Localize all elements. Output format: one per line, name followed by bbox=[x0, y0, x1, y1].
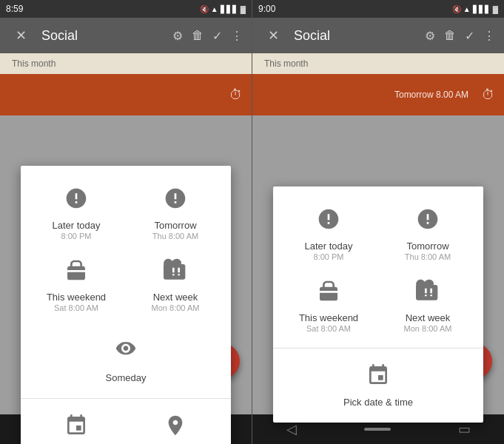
left-later-today-label: Later today bbox=[52, 220, 100, 231]
right-menu-bottom: Pick date & time bbox=[273, 349, 483, 423]
right-tomorrow-icon bbox=[416, 207, 440, 236]
left-check-icon[interactable]: ✓ bbox=[212, 29, 222, 43]
left-content-area: Later today 8:00 PM Tomorrow Thu 8:00 AM bbox=[0, 115, 252, 414]
left-weekend-label: This weekend bbox=[47, 292, 106, 303]
right-battery-icon: ▓ bbox=[493, 5, 498, 13]
right-nav-back[interactable]: ◁ bbox=[286, 421, 297, 437]
left-weekend-icon bbox=[64, 258, 88, 287]
right-weekend-label: This weekend bbox=[299, 312, 358, 323]
left-status-time: 8:59 bbox=[6, 4, 23, 14]
left-calendar-icon bbox=[64, 414, 88, 443]
left-later-today-sublabel: 8:00 PM bbox=[61, 232, 92, 240]
right-toolbar-actions: ⚙ 🗑 ✓ ⋮ bbox=[425, 29, 495, 43]
left-month-header: This month bbox=[0, 53, 252, 74]
left-status-bar: 8:59 🔇 ▲ ▋▋▋ ▓ bbox=[0, 0, 252, 18]
wifi-icon: ▲ bbox=[211, 5, 218, 13]
left-trash-icon[interactable]: 🗑 bbox=[192, 29, 204, 42]
left-popup-menu: Later today 8:00 PM Tomorrow Thu 8:00 AM bbox=[21, 166, 231, 444]
signal-icon: ▋▋▋ bbox=[221, 5, 238, 13]
right-tomorrow-sublabel: Thu 8:00 AM bbox=[405, 252, 451, 261]
right-more-icon[interactable]: ⋮ bbox=[483, 29, 495, 43]
right-menu-item-later-today[interactable]: Later today 8:00 PM bbox=[279, 198, 378, 270]
left-toolbar: ✕ Social ⚙ 🗑 ✓ ⋮ bbox=[0, 18, 252, 53]
right-popup-menu: Later today 8:00 PM Tomorrow Thu 8:00 AM bbox=[273, 186, 483, 423]
right-check-icon[interactable]: ✓ bbox=[465, 29, 474, 43]
left-nextweek-label: Next week bbox=[153, 292, 198, 303]
left-panel: 8:59 🔇 ▲ ▋▋▋ ▓ ✕ Social ⚙ 🗑 ✓ ⋮ This mon… bbox=[0, 0, 252, 444]
right-status-bar: 9:00 🔇 ▲ ▋▋▋ ▓ bbox=[252, 0, 504, 18]
right-pickdate-label: Pick date & time bbox=[343, 397, 413, 408]
left-menu-bottom: Pick date & time Pick place bbox=[21, 399, 231, 444]
left-menu-item-pickdate[interactable]: Pick date & time bbox=[27, 405, 126, 444]
left-menu-grid: Later today 8:00 PM Tomorrow Thu 8:00 AM bbox=[21, 166, 231, 327]
right-nextweek-sublabel: Mon 8:00 AM bbox=[404, 324, 452, 333]
left-nextweek-sublabel: Mon 8:00 AM bbox=[152, 303, 200, 312]
mute-icon: 🔇 bbox=[200, 5, 209, 13]
right-later-today-label: Later today bbox=[304, 240, 352, 252]
left-menu-item-later-today[interactable]: Later today 8:00 PM bbox=[27, 178, 126, 249]
right-calendar-icon bbox=[366, 363, 390, 392]
right-mute-icon: 🔇 bbox=[452, 5, 461, 13]
left-tomorrow-label: Tomorrow bbox=[154, 220, 196, 231]
left-task-row[interactable]: ⏱ bbox=[0, 74, 252, 115]
left-status-icons: 🔇 ▲ ▋▋▋ ▓ bbox=[200, 5, 246, 13]
left-menu-item-someday[interactable]: Someday bbox=[94, 330, 158, 392]
left-menu-item-tomorrow[interactable]: Tomorrow Thu 8:00 AM bbox=[126, 178, 225, 249]
right-task-time-label: Tomorrow 8.00 AM bbox=[394, 90, 468, 100]
right-month-label: This month bbox=[264, 58, 308, 69]
left-someday-icon bbox=[114, 339, 138, 368]
right-menu-item-tomorrow[interactable]: Tomorrow Thu 8:00 AM bbox=[378, 198, 477, 270]
right-signal-icon: ▋▋▋ bbox=[473, 5, 491, 13]
right-wifi-icon: ▲ bbox=[463, 5, 471, 13]
right-later-today-sublabel: 8:00 PM bbox=[314, 252, 344, 261]
right-status-icons: 🔇 ▲ ▋▋▋ ▓ bbox=[452, 5, 498, 13]
right-close-button[interactable]: ✕ bbox=[261, 27, 285, 44]
left-menu-item-pickplace[interactable]: Pick place bbox=[126, 405, 225, 444]
right-panel: 9:00 🔇 ▲ ▋▋▋ ▓ ✕ Social ⚙ 🗑 ✓ ⋮ This mon… bbox=[252, 0, 504, 444]
left-weekend-sublabel: Sat 8:00 AM bbox=[54, 303, 98, 312]
left-month-label: This month bbox=[12, 58, 56, 69]
right-later-today-icon bbox=[317, 207, 340, 236]
left-later-today-icon bbox=[64, 186, 88, 215]
left-someday-row[interactable]: Someday bbox=[21, 327, 231, 398]
left-someday-label: Someday bbox=[106, 372, 147, 383]
left-tomorrow-icon bbox=[164, 186, 187, 215]
left-close-button[interactable]: ✕ bbox=[9, 27, 33, 44]
right-nav-home[interactable] bbox=[364, 428, 391, 431]
right-clock-icon: ⏱ bbox=[482, 87, 495, 103]
right-gear-icon[interactable]: ⚙ bbox=[425, 29, 435, 43]
left-menu-item-nextweek[interactable]: Next week Mon 8:00 AM bbox=[126, 249, 225, 321]
left-pin-icon bbox=[164, 414, 187, 443]
left-toolbar-actions: ⚙ 🗑 ✓ ⋮ bbox=[172, 29, 243, 43]
right-menu-item-pickdate[interactable]: Pick date & time bbox=[279, 354, 477, 417]
right-content-area: Later today 8:00 PM Tomorrow Thu 8:00 AM bbox=[252, 115, 504, 414]
battery-icon: ▓ bbox=[241, 5, 246, 13]
right-nextweek-icon bbox=[416, 279, 440, 308]
left-menu-item-weekend[interactable]: This weekend Sat 8:00 AM bbox=[27, 249, 126, 321]
left-gear-icon[interactable]: ⚙ bbox=[172, 29, 183, 43]
right-menu-grid: Later today 8:00 PM Tomorrow Thu 8:00 AM bbox=[273, 186, 483, 348]
right-nextweek-label: Next week bbox=[406, 312, 451, 323]
right-status-time: 9:00 bbox=[258, 4, 275, 14]
right-tomorrow-label: Tomorrow bbox=[406, 240, 448, 252]
right-weekend-icon bbox=[317, 279, 340, 308]
left-more-icon[interactable]: ⋮ bbox=[231, 29, 243, 43]
right-toolbar: ✕ Social ⚙ 🗑 ✓ ⋮ bbox=[252, 18, 504, 53]
right-month-header: This month bbox=[252, 53, 504, 74]
left-tomorrow-sublabel: Thu 8:00 AM bbox=[152, 232, 198, 240]
right-menu-item-weekend[interactable]: This weekend Sat 8:00 AM bbox=[279, 270, 378, 342]
left-toolbar-title: Social bbox=[38, 28, 167, 44]
right-weekend-sublabel: Sat 8:00 AM bbox=[306, 324, 351, 333]
left-clock-icon: ⏱ bbox=[229, 87, 243, 103]
right-menu-item-nextweek[interactable]: Next week Mon 8:00 AM bbox=[378, 270, 477, 342]
left-nextweek-icon bbox=[164, 258, 187, 287]
right-toolbar-title: Social bbox=[291, 28, 419, 44]
right-trash-icon[interactable]: 🗑 bbox=[444, 29, 456, 42]
right-task-row[interactable]: Tomorrow 8.00 AM ⏱ bbox=[252, 74, 504, 115]
right-nav-recents[interactable]: ▭ bbox=[458, 421, 471, 437]
